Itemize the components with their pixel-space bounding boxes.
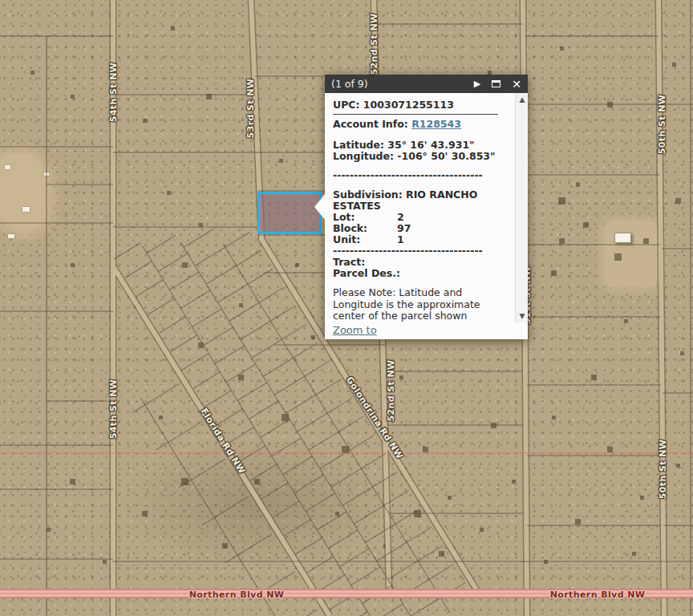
block-row: Block: 97	[333, 223, 505, 234]
unit-value: 1	[397, 234, 404, 245]
maximize-button[interactable]	[492, 80, 500, 87]
ground-debris	[8, 234, 14, 238]
lot-value: 2	[397, 212, 404, 223]
popup-body: UPC: 1003071255113 Account Info: R128543…	[325, 93, 528, 339]
account-info-row: Account Info: R128543	[333, 119, 505, 130]
popup-scrollbar[interactable]: ▲ ▼	[515, 93, 528, 322]
separator-dashes: ------------------------------------	[333, 245, 498, 257]
scroll-up-icon[interactable]: ▲	[516, 93, 529, 106]
building-rooftop	[614, 233, 631, 243]
tract-row: Tract:	[333, 257, 505, 268]
parcel-info-popup: (1 of 9) ▶ ✕ UPC: 1003071255113 Account …	[325, 75, 528, 339]
ground-debris	[22, 207, 30, 212]
shrub-dots	[0, 0, 1, 1]
upc-value: UPC: 1003071255113	[333, 99, 505, 111]
block-label: Block:	[333, 223, 397, 234]
unit-label: Unit:	[333, 234, 397, 245]
zoom-to-link[interactable]: Zoom to	[333, 324, 377, 336]
ground-debris	[44, 172, 49, 176]
longitude-row: Longitude: -106° 50' 30.853"	[333, 151, 505, 162]
latitude-row: Latitude: 35° 16' 43.931"	[333, 140, 505, 151]
map-canvas[interactable]: 54th St NW 53rd St NW 52nd St NW 50th St…	[0, 0, 693, 616]
street-label-54th-top: 54th St NW	[108, 63, 119, 123]
section-line	[0, 452, 693, 454]
zoom-to-row: Zoom to	[325, 322, 528, 339]
ground-debris	[5, 165, 10, 169]
popup-scroll-region[interactable]: UPC: 1003071255113 Account Info: R128543…	[325, 93, 528, 322]
street-label-50th-top: 50th St NW	[657, 95, 667, 155]
popup-title: (1 of 9)	[331, 78, 463, 90]
close-button[interactable]: ✕	[512, 79, 521, 90]
selected-parcel-highlight[interactable]	[257, 192, 322, 234]
next-arrow-icon: ▶	[474, 79, 480, 88]
scroll-down-icon[interactable]: ▼	[516, 310, 529, 322]
unit-row: Unit: 1	[333, 234, 505, 245]
subdivision-row: Subdivision: RIO RANCHO ESTATES	[333, 189, 505, 212]
street-label-52nd-top: 52nd St NW	[369, 13, 379, 75]
next-result-button[interactable]: ▶	[474, 79, 480, 88]
street-label-54th-bottom: 54th St NW	[108, 379, 119, 440]
dense-vegetation-area	[120, 437, 393, 569]
parcel-des-row: Parcel Des.:	[333, 268, 505, 279]
lot-row: Lot: 2	[333, 212, 505, 223]
popup-header: (1 of 9) ▶ ✕	[325, 75, 528, 93]
street-label-golondrina-rd: Golondrina Rd NW	[344, 375, 405, 461]
divider-line	[333, 114, 498, 115]
separator-dashes: ------------------------------------	[333, 170, 498, 181]
popup-pointer	[314, 193, 326, 221]
close-icon: ✕	[512, 79, 521, 90]
street-label-50th-bottom: 50th St NW	[658, 440, 668, 500]
street-label-52nd-mid: 52nd St NW	[386, 359, 396, 421]
note-text: Please Note: Latitude and Longitude is t…	[333, 287, 505, 322]
cleared-lot-patch	[604, 221, 659, 287]
street-label-53rd: 53rd St NW	[245, 79, 256, 139]
account-info-label: Account Info:	[333, 118, 411, 130]
maximize-icon	[492, 80, 500, 87]
street-label-northern-blvd-left: Northern Blvd NW	[189, 590, 285, 600]
block-value: 97	[397, 223, 411, 234]
account-link[interactable]: R128543	[411, 118, 461, 130]
lot-label: Lot:	[333, 212, 397, 223]
street-label-northern-blvd-right: Northern Blvd NW	[550, 590, 646, 600]
